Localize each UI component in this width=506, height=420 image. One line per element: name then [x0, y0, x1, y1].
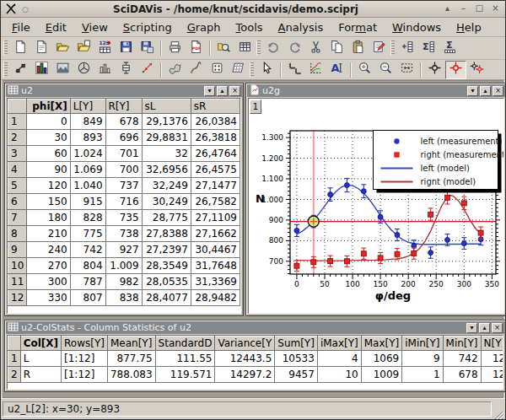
window-titlebar[interactable]: ○ SciDAVis - /home/knut/scidavis/demo.sc…	[1, 1, 505, 18]
cell[interactable]: 838	[105, 290, 142, 306]
row-header[interactable]: 4	[8, 162, 27, 178]
new-table-button[interactable]	[234, 39, 256, 57]
u2g-minimize-button[interactable]: ▾	[467, 86, 478, 96]
column-header[interactable]: StandardD	[155, 337, 215, 351]
cell[interactable]: 828	[70, 210, 105, 226]
cell[interactable]: 10533	[275, 351, 318, 367]
cell[interactable]: 120	[27, 178, 70, 194]
cell[interactable]: 4	[317, 351, 361, 367]
cell[interactable]: 29,8831	[142, 130, 191, 146]
toolbar-handle[interactable]	[3, 62, 8, 78]
maximize-button[interactable]: □	[473, 3, 486, 15]
cell[interactable]: 60	[27, 146, 70, 162]
cell[interactable]: [1:12]	[62, 367, 108, 383]
cell[interactable]: 1.009	[105, 258, 142, 274]
bar-plot-button[interactable]	[31, 61, 52, 79]
cell[interactable]: 678	[443, 367, 481, 383]
column-header[interactable]: Col[X]	[20, 337, 61, 351]
close-button[interactable]: ×	[489, 3, 502, 15]
row-header[interactable]: 11	[8, 274, 27, 290]
u2-titlebar[interactable]: u2 ▾▴×	[6, 84, 242, 97]
cell[interactable]: L	[20, 351, 61, 367]
cell[interactable]: 696	[105, 130, 142, 146]
cell[interactable]: 742	[443, 351, 481, 367]
row-header[interactable]: 10	[8, 258, 27, 274]
zoom-in-button[interactable]	[354, 61, 375, 79]
cell[interactable]: 27,1109	[191, 210, 240, 226]
row-header[interactable]: 8	[8, 226, 27, 242]
plot-area[interactable]: 7008009001.0001.1001.2001.30005010015020…	[249, 99, 503, 313]
cell[interactable]: 210	[27, 226, 70, 242]
cut-button[interactable]	[305, 39, 326, 57]
u2-maximize-button[interactable]: ▴	[217, 86, 228, 96]
row-header[interactable]: 3	[8, 146, 27, 162]
cell[interactable]: 915	[70, 194, 105, 210]
erase-button[interactable]	[369, 39, 390, 57]
menu-file[interactable]: File	[4, 19, 38, 35]
cell[interactable]: 1.024	[70, 146, 105, 162]
redo-button[interactable]	[284, 39, 305, 57]
sticky-button[interactable]: ○	[20, 5, 30, 13]
row-header[interactable]: 12	[8, 290, 27, 306]
cell[interactable]: 330	[27, 290, 70, 306]
column-header[interactable]: sR	[191, 100, 240, 114]
column-header[interactable]: R[Y]	[105, 100, 142, 114]
y-axis-title[interactable]: N	[256, 192, 265, 205]
cell[interactable]: 27,8388	[142, 226, 191, 242]
open-project-button[interactable]	[52, 39, 73, 57]
column-header[interactable]: Mean[Y]	[107, 337, 155, 351]
cell[interactable]: 27,2397	[142, 242, 191, 258]
column-header[interactable]: Max[Y]	[361, 337, 402, 351]
cell[interactable]: 1009	[361, 367, 402, 383]
resize-grip[interactable]	[494, 407, 503, 417]
menu-scripting[interactable]: Scripting	[116, 19, 180, 35]
u2-close-button[interactable]: ×	[229, 86, 240, 96]
cell[interactable]: 982	[105, 274, 142, 290]
x-axis-title[interactable]: φ/deg	[375, 289, 411, 302]
column-header[interactable]: iMax[Y]	[317, 337, 361, 351]
menu-help[interactable]: Help	[449, 19, 489, 35]
save-project-button[interactable]	[116, 39, 137, 57]
column-header[interactable]: Rows[Y]	[62, 337, 108, 351]
open-template-button[interactable]	[73, 39, 94, 57]
cell[interactable]: 28,0535	[142, 274, 191, 290]
row-header[interactable]: 1	[8, 114, 27, 130]
cell[interactable]: 270	[27, 258, 70, 274]
menu-edit[interactable]: Edit	[38, 19, 74, 35]
cell[interactable]: 26,4575	[191, 162, 240, 178]
cell[interactable]: 32,249	[142, 178, 191, 194]
column-header[interactable]: iMin[Y]	[402, 337, 443, 351]
cell[interactable]: 849	[70, 114, 105, 130]
cell[interactable]: 807	[70, 290, 105, 306]
cell[interactable]: 26,3818	[191, 130, 240, 146]
cell[interactable]: 32	[142, 146, 191, 162]
menu-view[interactable]: View	[74, 19, 116, 35]
colstats-maximize-button[interactable]: ▴	[479, 323, 490, 333]
cell[interactable]: 150	[27, 194, 70, 210]
colstats-minimize-button[interactable]: ▾	[466, 323, 477, 333]
row-statistics-button[interactable]: Σ	[439, 39, 460, 57]
column-header[interactable]: N[Y]	[481, 337, 503, 351]
trajectory-3d-button[interactable]	[186, 61, 207, 79]
new-layer-button[interactable]	[284, 61, 305, 79]
pie-plot-button[interactable]	[73, 61, 94, 79]
save-template-button[interactable]	[137, 39, 158, 57]
row-header[interactable]: 9	[8, 242, 27, 258]
cell[interactable]: 742	[70, 242, 105, 258]
add-curve-button[interactable]	[305, 61, 326, 79]
matrix-3d-button[interactable]	[228, 61, 249, 79]
cell[interactable]: [1:12]	[62, 351, 108, 367]
column-header[interactable]: L[Y]	[70, 100, 105, 114]
select-range-button[interactable]	[466, 61, 487, 79]
cell[interactable]: 700	[105, 162, 142, 178]
toolbar-handle[interactable]	[390, 40, 395, 56]
bars-3d-button[interactable]	[94, 61, 116, 79]
curve-plot-button[interactable]	[10, 61, 31, 79]
vector-plot-button[interactable]	[137, 61, 158, 79]
surface-3d-button[interactable]	[164, 61, 186, 79]
u2-minimize-button[interactable]: ▾	[204, 86, 215, 96]
cell[interactable]: 30	[27, 130, 70, 146]
paste-button[interactable]	[347, 39, 369, 57]
add-column-button[interactable]	[397, 39, 418, 57]
cell[interactable]: 30,249	[142, 194, 191, 210]
